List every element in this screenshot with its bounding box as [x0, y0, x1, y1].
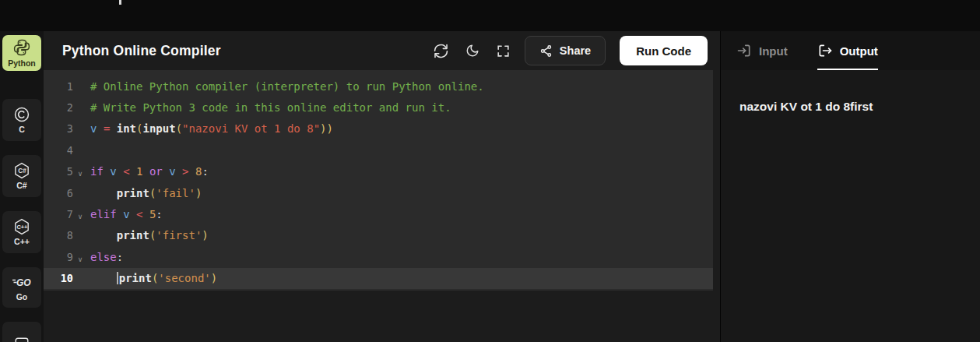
- line-number: 5: [44, 165, 73, 178]
- code-line-10[interactable]: 10 print('second'): [44, 268, 713, 289]
- code-text: # Online Python compiler (interpreter) t…: [90, 80, 484, 93]
- line-number: 4: [44, 144, 73, 157]
- line-number: 6: [44, 187, 73, 199]
- code-text: else:: [90, 251, 123, 263]
- code-line-9[interactable]: 9∨else:: [44, 246, 713, 267]
- code-line-2[interactable]: 2# Write Python 3 code in this online ed…: [44, 97, 713, 118]
- language-label: C#: [16, 182, 26, 190]
- language-label: Python: [8, 59, 36, 68]
- line-number: 1: [44, 80, 73, 93]
- go-logo-icon: GO: [12, 273, 32, 291]
- fullscreen-icon: [496, 44, 511, 58]
- code-line-4[interactable]: 4: [44, 139, 713, 160]
- html5-logo-icon: 5: [13, 336, 30, 342]
- svg-text:C#: C#: [18, 168, 26, 175]
- line-number: 9: [44, 251, 73, 263]
- code-line-1[interactable]: 1# Online Python compiler (interpreter) …: [44, 76, 713, 97]
- tab-input[interactable]: Input: [736, 31, 788, 70]
- output-area: nazovi KV ot 1 do 8first: [721, 70, 980, 143]
- top-edge-artifact: [119, 0, 121, 5]
- code-line-6[interactable]: 6 print('fail'): [44, 182, 713, 203]
- language-label: C++: [14, 238, 30, 246]
- top-strip: [0, 0, 980, 31]
- line-number: 10: [44, 272, 73, 284]
- share-button[interactable]: Share: [525, 36, 606, 65]
- tab-output-label: Output: [840, 44, 878, 58]
- tab-output[interactable]: Output: [817, 31, 878, 70]
- code-text: if v < 1 or v > 8:: [90, 165, 209, 178]
- code-text: print('first'): [90, 229, 209, 242]
- moon-icon: [465, 44, 479, 58]
- fold-chevron-icon[interactable]: ∨: [73, 256, 87, 263]
- fold-chevron-icon[interactable]: ∨: [73, 170, 87, 178]
- fold-chevron-icon[interactable]: ∨: [73, 213, 87, 220]
- page-title: Python Online Compiler: [62, 43, 221, 59]
- text-caret: [117, 272, 118, 284]
- line-number: 8: [44, 229, 73, 242]
- code-text: # Write Python 3 code in this online edi…: [90, 101, 451, 114]
- language-item-cpp[interactable]: C++C++: [2, 211, 41, 253]
- code-text: v = int(input("nazovi KV ot 1 do 8")): [90, 122, 333, 135]
- svg-text:C++: C++: [16, 224, 27, 231]
- c-logo-icon: [13, 106, 30, 123]
- run-code-button[interactable]: Run Code: [620, 36, 708, 65]
- share-label: Share: [560, 44, 591, 57]
- line-number: 7: [44, 208, 73, 220]
- code-line-5[interactable]: 5∨if v < 1 or v > 8:: [44, 161, 713, 182]
- svg-text:GO: GO: [16, 277, 31, 288]
- code-text: print('fail'): [90, 187, 202, 199]
- code-text: print('second'): [90, 272, 217, 284]
- fullscreen-button[interactable]: [492, 39, 515, 62]
- tab-input-label: Input: [759, 44, 788, 58]
- code-editor[interactable]: 1# Online Python compiler (interpreter) …: [44, 70, 713, 291]
- code-line-8[interactable]: 8 print('first'): [44, 225, 713, 246]
- input-icon: [736, 43, 752, 58]
- io-tabs: Input Output: [721, 31, 980, 70]
- python-logo-icon: [12, 38, 31, 57]
- line-number: 3: [44, 122, 73, 135]
- theme-toggle-button[interactable]: [461, 39, 484, 62]
- code-line-7[interactable]: 7∨elif v < 5:: [44, 203, 713, 224]
- code-line-3[interactable]: 3v = int(input("nazovi KV ot 1 do 8")): [44, 118, 713, 139]
- output-icon: [817, 43, 833, 58]
- language-item-csharp[interactable]: C#C#: [2, 155, 41, 197]
- language-label: C: [19, 125, 25, 134]
- code-text: elif v < 5:: [90, 208, 163, 220]
- language-item-html[interactable]: 5: [2, 322, 41, 342]
- language-item-go[interactable]: GOGo: [2, 267, 41, 308]
- io-panel: Input Output nazovi KV ot 1 do 8first: [720, 31, 980, 342]
- language-item-python[interactable]: Python: [2, 35, 41, 71]
- output-text: nazovi KV ot 1 do 8first: [739, 100, 873, 113]
- reset-code-button[interactable]: [430, 39, 453, 62]
- language-label: Go: [16, 293, 28, 301]
- toolbar: [430, 39, 515, 62]
- language-item-c[interactable]: C: [2, 99, 41, 141]
- language-sidebar: PythonCC#C#C++C++GOGo5: [0, 31, 44, 342]
- cpp-logo-icon: C++: [13, 218, 30, 235]
- share-icon: [539, 44, 553, 58]
- refresh-icon: [434, 44, 448, 58]
- compiler-header: Python Online Compiler Share Run Code: [44, 31, 720, 70]
- line-number: 2: [44, 101, 73, 114]
- csharp-logo-icon: C#: [13, 162, 30, 179]
